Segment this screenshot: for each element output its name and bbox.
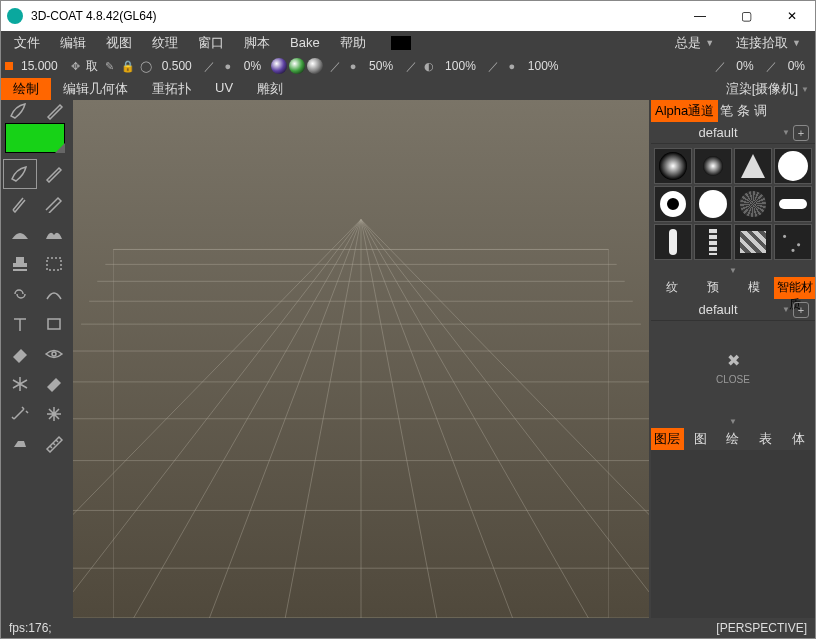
tool-spark[interactable]: [38, 400, 70, 428]
alpha-soft-small[interactable]: [694, 148, 732, 184]
minimize-button[interactable]: —: [677, 1, 723, 31]
tool-smudge[interactable]: [38, 370, 70, 398]
alpha-vbar[interactable]: [654, 224, 692, 260]
material-close[interactable]: ✖ CLOSE: [651, 321, 815, 415]
alpha-capsule[interactable]: [774, 186, 812, 222]
tab-draw[interactable]: 绘: [717, 428, 750, 450]
viewport[interactable]: [73, 100, 649, 618]
tool-pen[interactable]: [38, 160, 70, 188]
tab-uv[interactable]: UV: [203, 78, 245, 100]
tab-retopo[interactable]: 重拓扑: [140, 78, 203, 100]
layer-list[interactable]: [651, 450, 815, 618]
alpha-cone[interactable]: [734, 148, 772, 184]
tool-hill[interactable]: [4, 220, 36, 248]
pct5-value[interactable]: 0%: [730, 58, 759, 74]
menu-edit[interactable]: 编辑: [51, 32, 95, 54]
tool-wand[interactable]: [4, 400, 36, 428]
alpha-disc[interactable]: [694, 186, 732, 222]
bg-color-swatch[interactable]: [391, 36, 411, 50]
menu-file[interactable]: 文件: [5, 32, 49, 54]
tool-select-rect[interactable]: [38, 250, 70, 278]
tab-brush[interactable]: 笔: [718, 100, 735, 122]
opacity6-group[interactable]: ／ 0%: [764, 58, 811, 74]
tool-blob[interactable]: [38, 220, 70, 248]
pick-dropdown[interactable]: 连接拾取▼: [728, 32, 809, 54]
ball-green-icon[interactable]: [289, 58, 305, 74]
tab-adjust[interactable]: 调: [752, 100, 769, 122]
tab-surface[interactable]: 表: [749, 428, 782, 450]
add-material-button[interactable]: +: [793, 302, 809, 318]
opacity1-group[interactable]: ／ ● 0%: [202, 58, 267, 74]
tab-layers[interactable]: 图层: [651, 428, 684, 450]
tool-eye[interactable]: [38, 340, 70, 368]
tool-eraser-a[interactable]: [4, 190, 36, 218]
tool-freeze[interactable]: [4, 370, 36, 398]
lock-icon[interactable]: 🔒: [120, 58, 136, 74]
depth-value[interactable]: 0.500: [156, 58, 198, 74]
menu-bake[interactable]: Bake: [281, 33, 329, 52]
tool-link[interactable]: [4, 280, 36, 308]
opacity5-group[interactable]: ／ 0%: [712, 58, 759, 74]
opacity3-group[interactable]: ／ ◐ 100%: [403, 58, 482, 74]
pct1-value[interactable]: 0%: [238, 58, 267, 74]
tab-strip[interactable]: 条: [735, 100, 752, 122]
radius-group[interactable]: 15.000: [5, 58, 64, 74]
pct4-value[interactable]: 100%: [522, 58, 565, 74]
tool-curve[interactable]: [38, 280, 70, 308]
tab-paint[interactable]: 绘制: [1, 78, 51, 100]
menu-window[interactable]: 窗口: [189, 32, 233, 54]
alpha-preset-dropdown[interactable]: default ▼ +: [651, 122, 815, 144]
tab-smartmat[interactable]: 智能材质: [774, 277, 815, 299]
tab-alpha[interactable]: Alpha通道: [651, 100, 718, 122]
tool-smudge-a[interactable]: [38, 190, 70, 218]
menu-view[interactable]: 视图: [97, 32, 141, 54]
tab-preview[interactable]: 预: [692, 277, 733, 299]
tool-text[interactable]: [4, 310, 36, 338]
pct3-value[interactable]: 100%: [439, 58, 482, 74]
add-alpha-button[interactable]: +: [793, 125, 809, 141]
tab-model[interactable]: 模: [733, 277, 774, 299]
radius-value[interactable]: 15.000: [15, 58, 64, 74]
maximize-button[interactable]: ▢: [723, 1, 769, 31]
tool-shape[interactable]: [38, 310, 70, 338]
opacity4-group[interactable]: ／ ● 100%: [486, 58, 565, 74]
alpha-noise[interactable]: [734, 186, 772, 222]
menu-texture[interactable]: 纹理: [143, 32, 187, 54]
brush-hard-icon[interactable]: [41, 103, 69, 119]
menu-help[interactable]: 帮助: [331, 32, 375, 54]
ball-gray-icon[interactable]: [307, 58, 323, 74]
always-dropdown[interactable]: 总是▼: [667, 32, 722, 54]
tool-stamp[interactable]: [4, 250, 36, 278]
tab-tex[interactable]: 纹: [651, 277, 692, 299]
alpha-grid: [651, 144, 815, 264]
alpha-hard-round[interactable]: [774, 148, 812, 184]
tool-eraser[interactable]: [4, 340, 36, 368]
material-expand[interactable]: ▼: [651, 415, 815, 428]
material-balls[interactable]: [271, 58, 323, 74]
menu-script[interactable]: 脚本: [235, 32, 279, 54]
alpha-cubes[interactable]: [734, 224, 772, 260]
tab-tweak[interactable]: 编辑几何体: [51, 78, 140, 100]
pct6-value[interactable]: 0%: [782, 58, 811, 74]
ball-purple-icon[interactable]: [271, 58, 287, 74]
tool-brush[interactable]: [4, 160, 36, 188]
brush-soft-icon[interactable]: [5, 103, 33, 119]
pick-group[interactable]: ✥ 取: [68, 58, 98, 75]
tab-image[interactable]: 图: [684, 428, 717, 450]
alpha-ring[interactable]: [654, 186, 692, 222]
alpha-chain[interactable]: [694, 224, 732, 260]
tool-iron[interactable]: [4, 430, 36, 458]
render-camera-dropdown[interactable]: 渲染[摄像机] ▼: [720, 78, 815, 100]
tool-ruler[interactable]: [38, 430, 70, 458]
material-preset-dropdown[interactable]: default ▼ +: [651, 299, 815, 321]
foreground-color[interactable]: [5, 123, 65, 153]
close-button[interactable]: ✕: [769, 1, 815, 31]
depth-group[interactable]: ✎ 🔒 ◯ 0.500: [102, 58, 198, 74]
alpha-soft-round[interactable]: [654, 148, 692, 184]
tab-volume[interactable]: 体: [782, 428, 815, 450]
opacity2-group[interactable]: ／ ● 50%: [327, 58, 399, 74]
alpha-expand[interactable]: ▼: [651, 264, 815, 277]
pct2-value[interactable]: 50%: [363, 58, 399, 74]
tab-sculpt[interactable]: 雕刻: [245, 78, 295, 100]
alpha-scatter[interactable]: [774, 224, 812, 260]
